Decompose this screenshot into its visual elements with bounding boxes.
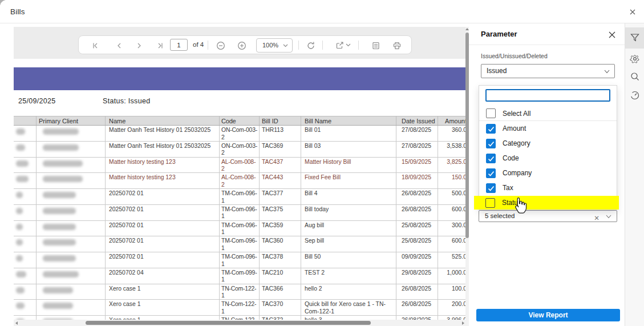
option-item-tax[interactable]: Tax xyxy=(479,180,617,195)
redacted-blur xyxy=(43,287,73,293)
scroll-right-arrow[interactable] xyxy=(462,321,464,325)
mouse-cursor-icon xyxy=(514,198,527,214)
cell-date-issued: 15/09/2025 xyxy=(396,158,438,173)
checkbox-checked[interactable] xyxy=(486,168,496,178)
cell-code: TM-Com-096-1 xyxy=(220,252,260,268)
redacted-blur xyxy=(16,287,25,293)
checkbox-checked[interactable] xyxy=(486,124,496,134)
redacted-blur xyxy=(43,208,76,214)
redacted-blur xyxy=(43,224,76,230)
page-number-input[interactable]: 1 xyxy=(170,39,188,51)
option-label: Tax xyxy=(503,184,513,192)
cell-name: Matter Oanh Test History 01 25032025 xyxy=(106,126,220,141)
view-report-button[interactable]: View Report xyxy=(476,309,620,321)
zoom-out-icon[interactable] xyxy=(216,41,225,50)
toolbar-divider xyxy=(322,41,323,50)
redacted-blur xyxy=(43,192,76,198)
report-toolbar: 1 of 4 100% xyxy=(78,35,412,54)
document-map-icon[interactable] xyxy=(371,41,380,50)
cell-bill-name: Bill today xyxy=(301,205,396,220)
panel-title: Parameter xyxy=(481,30,517,38)
zoom-level-value: 100% xyxy=(262,42,278,49)
status-multiselect[interactable]: 5 selected✕ xyxy=(479,210,617,222)
cell-name: 20250702 01 xyxy=(106,252,220,268)
cell-id-redacted xyxy=(14,300,37,315)
checkbox-unchecked[interactable] xyxy=(486,108,496,118)
performance-icon[interactable] xyxy=(630,90,640,100)
cell-bill-id: TAC372 xyxy=(260,316,301,320)
cell-amount: 600.0 xyxy=(438,205,465,220)
panel-close-icon[interactable] xyxy=(606,29,618,41)
horizontal-scrollbar-thumb[interactable] xyxy=(86,321,371,325)
cell-date-issued: 26/08/2025 xyxy=(396,205,438,220)
cell-bill-id: TAC210 xyxy=(260,268,301,284)
cell-primary-client-redacted xyxy=(37,189,106,204)
checkbox-unchecked[interactable] xyxy=(485,198,495,208)
highlighted-option-status[interactable]: Status xyxy=(474,196,619,210)
table-row: Xero case 1TN-Com-122-1TAC372hello 326/0… xyxy=(14,316,465,320)
cell-primary-client-redacted xyxy=(37,221,106,236)
cell-bill-name: Sep bill xyxy=(301,236,396,252)
issued-select[interactable]: Issued xyxy=(481,64,615,78)
cell-code: AL-Com-008-2 xyxy=(220,158,260,173)
zoom-in-icon[interactable] xyxy=(237,41,246,50)
cell-date-issued: 25/08/2025 xyxy=(396,236,438,252)
cell-code: TN-Com-122-1 xyxy=(220,284,260,300)
scroll-left-arrow[interactable] xyxy=(15,321,18,325)
option-item-amount[interactable]: Amount xyxy=(479,121,617,136)
settings-icon[interactable] xyxy=(630,54,640,64)
next-page-icon[interactable] xyxy=(135,42,143,50)
table-row: Matter Oanh Test History 01 25032025ON-C… xyxy=(14,142,465,158)
zoom-level-select[interactable]: 100% xyxy=(256,38,293,53)
option-item-category[interactable]: Category xyxy=(479,136,617,151)
cell-bill-id: TAC375 xyxy=(260,205,301,220)
cell-date-issued: 26/08/2025 xyxy=(396,284,438,300)
filter-icon[interactable] xyxy=(630,33,640,43)
first-page-icon[interactable] xyxy=(91,42,99,50)
cell-name: Matter Oanh Test History 01 25032025 xyxy=(106,142,220,157)
previous-page-icon[interactable] xyxy=(115,42,123,50)
cell-bill-id: TAC366 xyxy=(260,284,301,300)
cell-bill-name: hello 3 xyxy=(301,316,396,320)
option-label: Category xyxy=(503,139,530,147)
refresh-icon[interactable] xyxy=(306,41,315,50)
cell-primary-client-redacted xyxy=(37,158,106,173)
chevron-down-icon[interactable] xyxy=(346,43,351,47)
option-label: Code xyxy=(503,154,519,162)
param-issued-label: Issued/Unissued/Deleted xyxy=(481,53,548,59)
window-close-icon[interactable] xyxy=(627,6,638,18)
cell-primary-client-redacted xyxy=(37,284,106,300)
col-header-bill-id: Bill ID xyxy=(260,116,301,125)
option-search-input[interactable] xyxy=(485,89,610,102)
cell-code: AL-Com-008-2 xyxy=(220,173,260,188)
horizontal-scrollbar[interactable] xyxy=(14,320,469,326)
last-page-icon[interactable] xyxy=(156,42,164,50)
cell-amount: 300.0 xyxy=(438,221,465,236)
cell-date-issued: 29/08/2025 xyxy=(396,268,438,284)
checkbox-checked[interactable] xyxy=(486,154,496,163)
export-icon[interactable] xyxy=(335,41,345,50)
toolbar-divider xyxy=(358,41,359,50)
cell-id-redacted xyxy=(14,142,37,157)
col-header-blank xyxy=(14,116,37,125)
window-title: Bills xyxy=(10,7,25,16)
clear-selection-icon[interactable]: ✕ xyxy=(594,213,600,224)
search-icon[interactable] xyxy=(630,71,640,82)
checkbox-checked[interactable] xyxy=(486,139,496,148)
option-item-company[interactable]: Company xyxy=(479,166,617,180)
option-item-select-all[interactable]: Select All xyxy=(479,106,617,121)
option-item-code[interactable]: Code xyxy=(479,151,617,166)
cell-code: TM-Com-096-1 xyxy=(220,236,260,252)
redacted-blur xyxy=(43,255,76,261)
right-icon-strip xyxy=(625,23,644,326)
cell-bill-name: Aug bill xyxy=(301,221,396,236)
redacted-blur xyxy=(43,160,83,167)
cell-primary-client-redacted xyxy=(37,205,106,220)
checkbox-checked[interactable] xyxy=(486,183,496,193)
report-status: Status: Issued xyxy=(103,97,150,105)
cell-date-issued: 26/08/2025 xyxy=(396,316,438,320)
print-icon[interactable] xyxy=(392,41,402,50)
cell-bill-name: Matter History Bill xyxy=(301,158,396,173)
cell-bill-name: Quick bill for Xero case 1 - TN-Com-122-… xyxy=(301,300,396,315)
redacted-blur xyxy=(16,239,23,245)
